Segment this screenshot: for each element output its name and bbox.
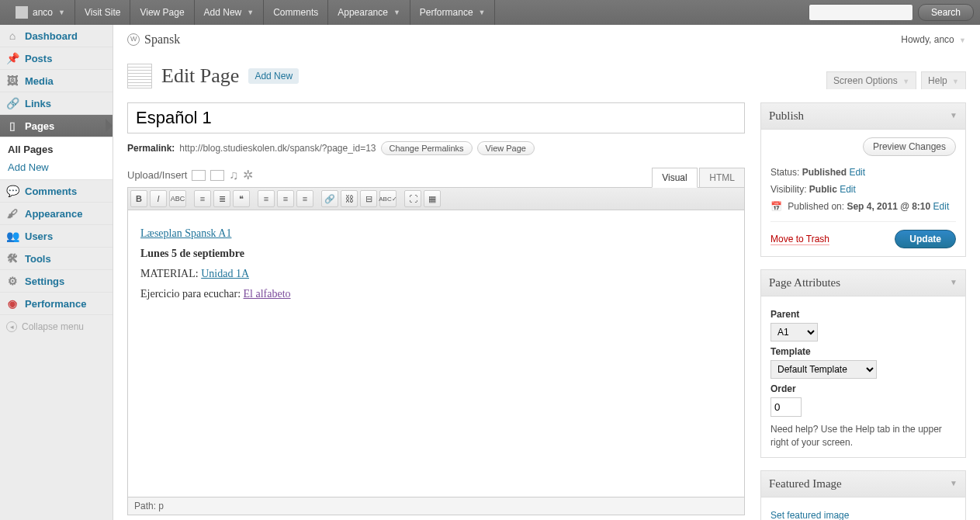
media-upload-row: Upload/Insert ♫ ✲ <box>127 163 253 187</box>
visit-site-link[interactable]: Visit Site <box>75 0 130 25</box>
page-icon: ▯ <box>6 120 19 132</box>
align-right-button[interactable]: ≡ <box>296 190 313 207</box>
admin-user-menu[interactable]: anco ▼ <box>6 0 75 25</box>
site-name: Spansk <box>144 33 180 47</box>
tab-html[interactable]: HTML <box>699 168 745 187</box>
sidebar-item-users[interactable]: 👥Users <box>0 225 113 248</box>
sidebar-subitem-all-pages[interactable]: All Pages <box>0 140 113 158</box>
add-media-icon[interactable]: ✲ <box>243 168 253 182</box>
update-button[interactable]: Update <box>895 230 956 248</box>
page-icon <box>127 64 152 88</box>
collapse-menu[interactable]: ◂Collapse menu <box>0 315 113 338</box>
featured-title-text: Featured Image <box>769 477 842 490</box>
chevron-down-icon: ▼ <box>902 78 909 85</box>
ol-button[interactable]: ≣ <box>213 190 230 207</box>
add-new-label: Add New <box>204 0 242 25</box>
content-link-laeseplan[interactable]: Læseplan Spansk A1 <box>140 227 231 239</box>
order-input[interactable] <box>770 397 802 417</box>
kitchensink-button[interactable]: ▦ <box>424 190 441 207</box>
add-video-icon[interactable] <box>210 170 224 181</box>
sidebar-item-comments[interactable]: 💬Comments <box>0 180 113 203</box>
status-label: Status: <box>770 167 799 178</box>
visibility-row: Visibility: Public Edit <box>770 181 956 198</box>
move-to-trash-link[interactable]: Move to Trash <box>770 234 829 245</box>
fullscreen-button[interactable]: ⛶ <box>404 190 421 207</box>
view-page-link[interactable]: View Page <box>130 0 194 25</box>
add-audio-icon[interactable]: ♫ <box>229 168 238 182</box>
order-label: Order <box>770 379 956 397</box>
post-title-input[interactable] <box>127 102 745 133</box>
align-center-button[interactable]: ≡ <box>277 190 294 207</box>
admin-search-button[interactable]: Search <box>918 4 974 21</box>
set-featured-image-link[interactable]: Set featured image <box>770 505 849 520</box>
edit-status-link[interactable]: Edit <box>849 167 865 178</box>
appearance-menu[interactable]: Appearance ▼ <box>328 0 410 25</box>
performance-menu[interactable]: Performance ▼ <box>410 0 496 25</box>
screen-options-toggle[interactable]: Screen Options ▼ <box>826 71 916 89</box>
template-select[interactable]: Default Template <box>770 360 877 379</box>
chevron-down-icon: ▼ <box>950 479 957 487</box>
attributes-title-text: Page Attributes <box>769 276 840 289</box>
comments-link[interactable]: Comments <box>264 0 328 25</box>
change-permalinks-button[interactable]: Change Permalinks <box>381 141 473 155</box>
spellcheck-button[interactable]: ABC✓ <box>379 190 397 207</box>
more-button[interactable]: ⊟ <box>360 190 377 207</box>
collapse-label: Collapse menu <box>22 321 84 332</box>
publish-box-title[interactable]: Publish▼ <box>761 103 965 130</box>
howdy-text: Howdy, anco <box>901 34 954 45</box>
content-link-alfabeto[interactable]: El alfabeto <box>244 288 291 300</box>
quote-button[interactable]: ❝ <box>233 190 250 207</box>
calendar-icon: 📅 <box>770 201 782 212</box>
sidebar-item-pages[interactable]: ▯Pages <box>0 115 113 137</box>
visibility-label: Visibility: <box>770 184 806 195</box>
published-label: Published on: <box>788 201 844 212</box>
chevron-down-icon: ▼ <box>479 0 486 25</box>
italic-button[interactable]: I <box>150 190 167 207</box>
edit-visibility-link[interactable]: Edit <box>840 184 856 195</box>
add-image-icon[interactable] <box>192 170 206 181</box>
sidebar-subitem-add-new[interactable]: Add New <box>0 158 113 176</box>
align-left-button[interactable]: ≡ <box>258 190 275 207</box>
admin-search-input[interactable] <box>809 4 913 21</box>
sidebar-item-dashboard[interactable]: ⌂Dashboard <box>0 25 113 47</box>
sidebar-item-tools[interactable]: 🛠Tools <box>0 248 113 270</box>
parent-select[interactable]: A1 <box>770 323 818 341</box>
ul-button[interactable]: ≡ <box>194 190 211 207</box>
preview-changes-button[interactable]: Preview Changes <box>863 137 956 156</box>
sidebar-item-label: Performance <box>25 298 86 310</box>
howdy-greeting[interactable]: Howdy, anco ▼ <box>901 34 966 45</box>
editor-toolbar: B I ABC ≡ ≣ ❝ ≡ ≡ ≡ 🔗 ⛓ ⊟ ABC✓ <box>127 187 745 210</box>
admin-user-label: anco <box>33 0 53 25</box>
view-page-button[interactable]: View Page <box>477 141 535 155</box>
pin-icon: 📌 <box>6 52 19 64</box>
edit-date-link[interactable]: Edit <box>933 201 950 212</box>
content-text-material: MATERIAL: <box>140 268 201 279</box>
media-icon: 🖼 <box>6 75 19 87</box>
content-link-unidad[interactable]: Unidad 1A <box>201 268 249 279</box>
users-icon: 👥 <box>6 230 19 242</box>
help-label: Help <box>928 75 947 86</box>
add-new-menu[interactable]: Add New ▼ <box>195 0 265 25</box>
bold-button[interactable]: B <box>130 190 147 207</box>
add-new-page-button[interactable]: Add New <box>248 68 299 84</box>
sidebar-item-label: Posts <box>25 53 52 64</box>
sidebar-item-links[interactable]: 🔗Links <box>0 92 113 115</box>
sidebar-item-media[interactable]: 🖼Media <box>0 70 113 92</box>
chevron-down-icon: ▼ <box>58 0 65 25</box>
link-button[interactable]: 🔗 <box>321 190 338 207</box>
strike-button[interactable]: ABC <box>169 190 186 207</box>
sidebar-item-posts[interactable]: 📌Posts <box>0 47 113 70</box>
help-toggle[interactable]: Help ▼ <box>921 71 966 89</box>
dashboard-icon: ⌂ <box>6 29 19 42</box>
sidebar-item-appearance[interactable]: 🖌Appearance <box>0 203 113 225</box>
sidebar-item-settings[interactable]: ⚙Settings <box>0 270 113 293</box>
page-attributes-title[interactable]: Page Attributes▼ <box>761 270 965 296</box>
unlink-button[interactable]: ⛓ <box>341 190 358 207</box>
content-editor[interactable]: Læseplan Spansk A1 Lunes 5 de septiembre… <box>127 210 745 497</box>
upload-insert-label: Upload/Insert <box>127 169 187 181</box>
featured-image-title[interactable]: Featured Image▼ <box>761 471 965 497</box>
admin-bar: anco ▼ Visit Site View Page Add New ▼ Co… <box>0 0 980 25</box>
sidebar-item-performance[interactable]: ◉Performance <box>0 293 113 315</box>
screen-options-label: Screen Options <box>833 75 898 86</box>
tab-visual[interactable]: Visual <box>652 168 697 188</box>
